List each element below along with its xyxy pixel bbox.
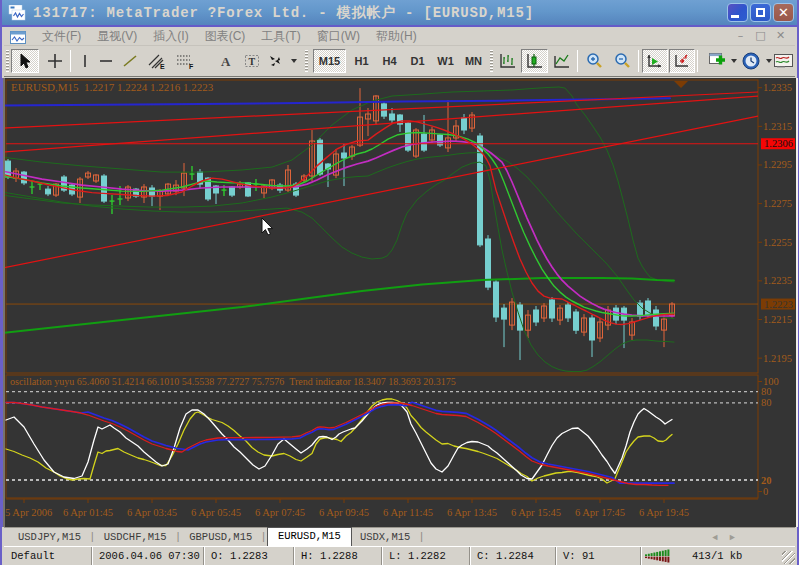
toolbar-grip[interactable] bbox=[6, 50, 9, 72]
price-chart[interactable]: EURUSD,M15 1.2217 1.2224 1.2216 1.22231.… bbox=[2, 78, 799, 527]
menu-item-1[interactable]: 显视(V) bbox=[89, 28, 145, 45]
arrows-button[interactable] bbox=[266, 49, 297, 73]
svg-text:1.2223: 1.2223 bbox=[764, 299, 793, 310]
candle-11 bbox=[94, 174, 99, 183]
shift-marker-icon bbox=[674, 81, 688, 88]
period-d1-button[interactable]: D1 bbox=[404, 49, 431, 73]
status-bar: Default2006.04.06 07:30O: 1.2283H: 1.228… bbox=[4, 546, 795, 565]
menu-item-5[interactable]: 窗口(W) bbox=[309, 28, 368, 45]
candle-63 bbox=[510, 298, 515, 330]
menu-item-0[interactable]: 文件(F) bbox=[34, 28, 89, 45]
price-label-1.2215: 1.2215 bbox=[763, 314, 792, 325]
period-w1-label: W1 bbox=[433, 55, 458, 67]
time-label-2: 6 Apr 03:45 bbox=[127, 507, 177, 518]
new-chart-button[interactable] bbox=[705, 49, 738, 73]
candle-82 bbox=[662, 315, 667, 347]
candle-58 bbox=[470, 112, 475, 132]
resize-grip-icon[interactable] bbox=[782, 551, 795, 564]
candle-77 bbox=[622, 306, 627, 348]
period-m15-button[interactable]: M15 bbox=[313, 49, 346, 73]
chart-tab-eurusd[interactable]: EURUSD,M15 bbox=[267, 527, 352, 546]
chart-area[interactable]: EURUSD,M15 1.2217 1.2224 1.2216 1.22231.… bbox=[2, 78, 799, 527]
period-h4-label: H4 bbox=[378, 55, 400, 67]
fibo-icon: F bbox=[175, 52, 195, 70]
toolbar-grip[interactable] bbox=[490, 50, 493, 72]
candle-71 bbox=[574, 309, 579, 334]
candle-68 bbox=[550, 297, 555, 322]
close-icon: ✕ bbox=[778, 5, 789, 20]
line-chart-button[interactable] bbox=[549, 49, 574, 73]
menu-items: 文件(F)显视(V)插入(I)图表(C)工具(T)窗口(W)帮助(H) bbox=[34, 28, 425, 45]
toolbar-separator bbox=[638, 50, 639, 72]
period-h1-button[interactable]: H1 bbox=[348, 49, 375, 73]
candle-53 bbox=[430, 127, 435, 143]
dropdown-caret-icon[interactable] bbox=[731, 59, 737, 63]
close-button[interactable]: ✕ bbox=[773, 3, 794, 22]
maximize-button[interactable] bbox=[750, 3, 771, 22]
maximize-icon bbox=[756, 8, 765, 17]
bid-price-box: 1.2223 bbox=[761, 299, 795, 310]
mdi-window-controls[interactable]: – □ ✕ bbox=[734, 29, 787, 42]
tab-scroll-arrows[interactable]: ◄► bbox=[712, 533, 747, 543]
status-low: L: 1.2282 bbox=[382, 547, 470, 565]
text-button[interactable]: A bbox=[214, 49, 238, 73]
chart-tab-gbpusd[interactable]: GBPUSD,M15 bbox=[181, 529, 260, 546]
period-d1-label: D1 bbox=[406, 55, 428, 67]
time-label-3: 6 Apr 05:45 bbox=[191, 507, 241, 518]
menu-item-6[interactable]: 帮助(H) bbox=[368, 28, 425, 45]
menu-bar: 文件(F)显视(V)插入(I)图表(C)工具(T)窗口(W)帮助(H) – □ … bbox=[4, 27, 795, 46]
menu-item-4[interactable]: 工具(T) bbox=[253, 28, 308, 45]
candle-45 bbox=[366, 108, 371, 136]
candle-12 bbox=[102, 174, 107, 203]
tab-scroll-right-icon[interactable]: ► bbox=[730, 533, 747, 543]
chart-tab-usdx[interactable]: USDX,M15 bbox=[352, 529, 418, 546]
time-label-5: 6 Apr 09:45 bbox=[319, 507, 369, 518]
period-h4-button[interactable]: H4 bbox=[376, 49, 403, 73]
text-label-button[interactable]: T bbox=[240, 49, 263, 73]
auto-scroll-button[interactable] bbox=[642, 49, 668, 73]
mdi-restore-icon[interactable]: □ bbox=[754, 29, 767, 42]
periods-button[interactable] bbox=[741, 49, 772, 73]
chart-tab-usdjpy[interactable]: USDJPY,M15 bbox=[10, 529, 89, 546]
candle-79 bbox=[638, 300, 643, 320]
chart-window-icon[interactable] bbox=[10, 30, 26, 43]
mdi-close-icon[interactable]: ✕ bbox=[774, 29, 787, 42]
tab-scroll-left-icon[interactable]: ◄ bbox=[712, 533, 729, 543]
trendline-button[interactable] bbox=[119, 49, 141, 73]
chart-shift-button[interactable] bbox=[669, 49, 695, 73]
horizontal-line-button[interactable] bbox=[95, 49, 116, 73]
time-label-9: 6 Apr 17:45 bbox=[575, 507, 625, 518]
toolbar-grip[interactable] bbox=[305, 50, 308, 72]
cursor-button[interactable] bbox=[11, 49, 39, 73]
mdi-minimize-icon[interactable]: – bbox=[734, 29, 747, 42]
period-mn-button[interactable]: MN bbox=[460, 49, 487, 73]
menu-item-2[interactable]: 插入(I) bbox=[145, 28, 196, 45]
candle-chart-button[interactable] bbox=[521, 49, 548, 73]
candle-10 bbox=[86, 171, 91, 179]
bar-chart-button[interactable] bbox=[495, 49, 520, 73]
zoom-in-button[interactable] bbox=[582, 49, 608, 73]
price-label-1.2275: 1.2275 bbox=[763, 198, 792, 209]
zoom-out-button[interactable] bbox=[610, 49, 636, 73]
menu-item-3[interactable]: 图表(C) bbox=[197, 28, 254, 45]
crosshair-button[interactable] bbox=[42, 49, 67, 73]
minimize-button[interactable] bbox=[727, 3, 748, 22]
price-label-1.2295: 1.2295 bbox=[763, 159, 792, 170]
candle-62 bbox=[502, 304, 507, 347]
toolbar: EFATM15H1H4D1W1MN bbox=[4, 46, 795, 77]
title-bar[interactable]: 131717: MetaTrader ?Forex Ltd. - 模拟帐户 - … bbox=[2, 0, 797, 27]
chart-tab-usdchf[interactable]: USDCHF,M15 bbox=[96, 529, 175, 546]
period-h1-label: H1 bbox=[350, 55, 372, 67]
fibonacci-button[interactable]: F bbox=[172, 49, 197, 73]
dropdown-caret-icon[interactable] bbox=[291, 59, 297, 63]
candle-72 bbox=[582, 314, 587, 336]
indicator-level-label-80: 80 bbox=[761, 397, 772, 408]
period-w1-button[interactable]: W1 bbox=[432, 49, 459, 73]
candle-67 bbox=[542, 303, 547, 322]
osc-red bbox=[6, 403, 668, 486]
candle-17 bbox=[142, 184, 147, 203]
time-label-7: 6 Apr 13:45 bbox=[447, 507, 497, 518]
vertical-line-button[interactable] bbox=[74, 49, 95, 73]
templates-button[interactable] bbox=[773, 49, 799, 73]
equidistant-channel-button[interactable]: E bbox=[144, 49, 170, 73]
